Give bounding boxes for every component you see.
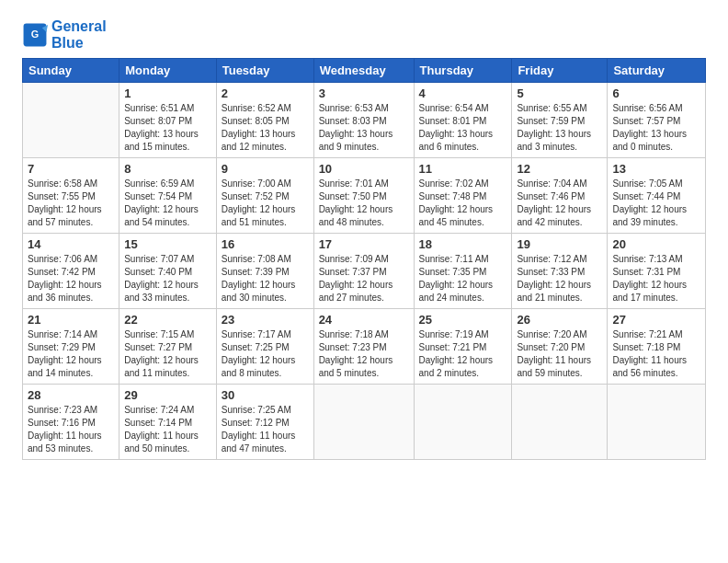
day-info: Sunrise: 7:05 AM Sunset: 7:44 PM Dayligh…	[612, 178, 700, 229]
calendar-page: G General Blue SundayMondayTuesdayWednes…	[0, 0, 728, 563]
calendar-cell: 8Sunrise: 6:59 AM Sunset: 7:54 PM Daylig…	[119, 158, 217, 234]
calendar-cell: 7Sunrise: 6:58 AM Sunset: 7:55 PM Daylig…	[23, 158, 119, 234]
day-number: 18	[419, 237, 507, 251]
day-number: 17	[319, 237, 409, 251]
logo: G General Blue	[22, 18, 107, 51]
day-number: 21	[28, 313, 114, 327]
day-info: Sunrise: 7:17 AM Sunset: 7:25 PM Dayligh…	[222, 328, 309, 380]
day-info: Sunrise: 7:13 AM Sunset: 7:31 PM Dayligh…	[612, 253, 700, 304]
logo-line1: General	[51, 18, 107, 35]
calendar-cell: 6Sunrise: 6:56 AM Sunset: 7:57 PM Daylig…	[608, 83, 706, 158]
calendar-cell	[23, 83, 119, 158]
day-info: Sunrise: 7:19 AM Sunset: 7:21 PM Dayligh…	[419, 328, 507, 380]
day-number: 20	[612, 237, 700, 251]
calendar-cell: 12Sunrise: 7:04 AM Sunset: 7:46 PM Dayli…	[512, 158, 608, 234]
day-info: Sunrise: 6:51 AM Sunset: 8:07 PM Dayligh…	[124, 102, 211, 154]
calendar-cell: 27Sunrise: 7:21 AM Sunset: 7:18 PM Dayli…	[608, 309, 706, 385]
day-info: Sunrise: 7:18 AM Sunset: 7:23 PM Dayligh…	[319, 328, 409, 380]
day-info: Sunrise: 7:15 AM Sunset: 7:27 PM Dayligh…	[124, 328, 211, 380]
calendar-cell	[414, 385, 512, 460]
calendar-table: SundayMondayTuesdayWednesdayThursdayFrid…	[22, 58, 706, 460]
day-info: Sunrise: 6:55 AM Sunset: 7:59 PM Dayligh…	[517, 102, 602, 154]
day-number: 14	[28, 237, 114, 251]
day-number: 11	[419, 162, 507, 176]
calendar-cell	[512, 385, 608, 460]
day-info: Sunrise: 7:02 AM Sunset: 7:48 PM Dayligh…	[419, 178, 507, 229]
weekday-header: Sunday	[23, 59, 119, 83]
weekday-header: Friday	[512, 59, 608, 83]
day-number: 12	[517, 162, 602, 176]
calendar-cell: 1Sunrise: 6:51 AM Sunset: 8:07 PM Daylig…	[119, 83, 217, 158]
calendar-cell: 20Sunrise: 7:13 AM Sunset: 7:31 PM Dayli…	[608, 234, 706, 309]
day-info: Sunrise: 7:04 AM Sunset: 7:46 PM Dayligh…	[517, 178, 602, 229]
svg-text:G: G	[31, 29, 39, 40]
day-info: Sunrise: 7:24 AM Sunset: 7:14 PM Dayligh…	[124, 404, 211, 455]
calendar-cell: 14Sunrise: 7:06 AM Sunset: 7:42 PM Dayli…	[23, 234, 119, 309]
day-number: 9	[222, 162, 309, 176]
calendar-week-row: 21Sunrise: 7:14 AM Sunset: 7:29 PM Dayli…	[23, 309, 706, 385]
day-number: 7	[28, 162, 114, 176]
logo-icon: G	[22, 22, 48, 48]
day-info: Sunrise: 6:53 AM Sunset: 8:03 PM Dayligh…	[319, 102, 409, 154]
weekday-header: Thursday	[414, 59, 512, 83]
day-number: 8	[124, 162, 211, 176]
day-number: 23	[222, 313, 309, 327]
day-number: 28	[28, 388, 114, 402]
day-info: Sunrise: 7:20 AM Sunset: 7:20 PM Dayligh…	[517, 328, 602, 380]
day-number: 24	[319, 313, 409, 327]
day-number: 27	[612, 313, 700, 327]
day-number: 26	[517, 313, 602, 327]
calendar-cell: 26Sunrise: 7:20 AM Sunset: 7:20 PM Dayli…	[512, 309, 608, 385]
calendar-cell: 22Sunrise: 7:15 AM Sunset: 7:27 PM Dayli…	[119, 309, 217, 385]
calendar-cell: 3Sunrise: 6:53 AM Sunset: 8:03 PM Daylig…	[313, 83, 414, 158]
calendar-week-row: 14Sunrise: 7:06 AM Sunset: 7:42 PM Dayli…	[23, 234, 706, 309]
day-info: Sunrise: 7:21 AM Sunset: 7:18 PM Dayligh…	[612, 328, 700, 380]
calendar-week-row: 7Sunrise: 6:58 AM Sunset: 7:55 PM Daylig…	[23, 158, 706, 234]
calendar-cell: 21Sunrise: 7:14 AM Sunset: 7:29 PM Dayli…	[23, 309, 119, 385]
day-info: Sunrise: 7:01 AM Sunset: 7:50 PM Dayligh…	[319, 178, 409, 229]
day-info: Sunrise: 7:25 AM Sunset: 7:12 PM Dayligh…	[222, 404, 309, 455]
weekday-header: Monday	[119, 59, 217, 83]
day-number: 29	[124, 388, 211, 402]
day-number: 13	[612, 162, 700, 176]
calendar-cell: 29Sunrise: 7:24 AM Sunset: 7:14 PM Dayli…	[119, 385, 217, 460]
day-info: Sunrise: 6:56 AM Sunset: 7:57 PM Dayligh…	[612, 102, 700, 154]
day-number: 5	[517, 86, 602, 100]
weekday-header: Wednesday	[313, 59, 414, 83]
day-number: 2	[222, 86, 309, 100]
day-number: 1	[124, 86, 211, 100]
day-info: Sunrise: 7:08 AM Sunset: 7:39 PM Dayligh…	[222, 253, 309, 304]
day-info: Sunrise: 7:12 AM Sunset: 7:33 PM Dayligh…	[517, 253, 602, 304]
calendar-cell: 19Sunrise: 7:12 AM Sunset: 7:33 PM Dayli…	[512, 234, 608, 309]
page-header: G General Blue	[22, 18, 706, 51]
calendar-header-row: SundayMondayTuesdayWednesdayThursdayFrid…	[23, 59, 706, 83]
calendar-cell: 13Sunrise: 7:05 AM Sunset: 7:44 PM Dayli…	[608, 158, 706, 234]
calendar-cell: 11Sunrise: 7:02 AM Sunset: 7:48 PM Dayli…	[414, 158, 512, 234]
day-info: Sunrise: 7:09 AM Sunset: 7:37 PM Dayligh…	[319, 253, 409, 304]
calendar-cell	[313, 385, 414, 460]
calendar-cell: 2Sunrise: 6:52 AM Sunset: 8:05 PM Daylig…	[216, 83, 313, 158]
day-number: 16	[222, 237, 309, 251]
day-number: 3	[319, 86, 409, 100]
day-info: Sunrise: 7:06 AM Sunset: 7:42 PM Dayligh…	[28, 253, 114, 304]
weekday-header: Saturday	[608, 59, 706, 83]
day-number: 25	[419, 313, 507, 327]
calendar-cell: 4Sunrise: 6:54 AM Sunset: 8:01 PM Daylig…	[414, 83, 512, 158]
calendar-week-row: 28Sunrise: 7:23 AM Sunset: 7:16 PM Dayli…	[23, 385, 706, 460]
day-number: 15	[124, 237, 211, 251]
day-info: Sunrise: 7:23 AM Sunset: 7:16 PM Dayligh…	[28, 404, 114, 455]
calendar-cell: 5Sunrise: 6:55 AM Sunset: 7:59 PM Daylig…	[512, 83, 608, 158]
day-number: 6	[612, 86, 700, 100]
day-info: Sunrise: 6:54 AM Sunset: 8:01 PM Dayligh…	[419, 102, 507, 154]
calendar-cell: 9Sunrise: 7:00 AM Sunset: 7:52 PM Daylig…	[216, 158, 313, 234]
day-info: Sunrise: 7:07 AM Sunset: 7:40 PM Dayligh…	[124, 253, 211, 304]
day-number: 4	[419, 86, 507, 100]
calendar-week-row: 1Sunrise: 6:51 AM Sunset: 8:07 PM Daylig…	[23, 83, 706, 158]
day-info: Sunrise: 6:52 AM Sunset: 8:05 PM Dayligh…	[222, 102, 309, 154]
day-number: 30	[222, 388, 309, 402]
day-info: Sunrise: 7:11 AM Sunset: 7:35 PM Dayligh…	[419, 253, 507, 304]
calendar-cell: 25Sunrise: 7:19 AM Sunset: 7:21 PM Dayli…	[414, 309, 512, 385]
day-number: 19	[517, 237, 602, 251]
calendar-cell: 28Sunrise: 7:23 AM Sunset: 7:16 PM Dayli…	[23, 385, 119, 460]
calendar-cell: 23Sunrise: 7:17 AM Sunset: 7:25 PM Dayli…	[216, 309, 313, 385]
